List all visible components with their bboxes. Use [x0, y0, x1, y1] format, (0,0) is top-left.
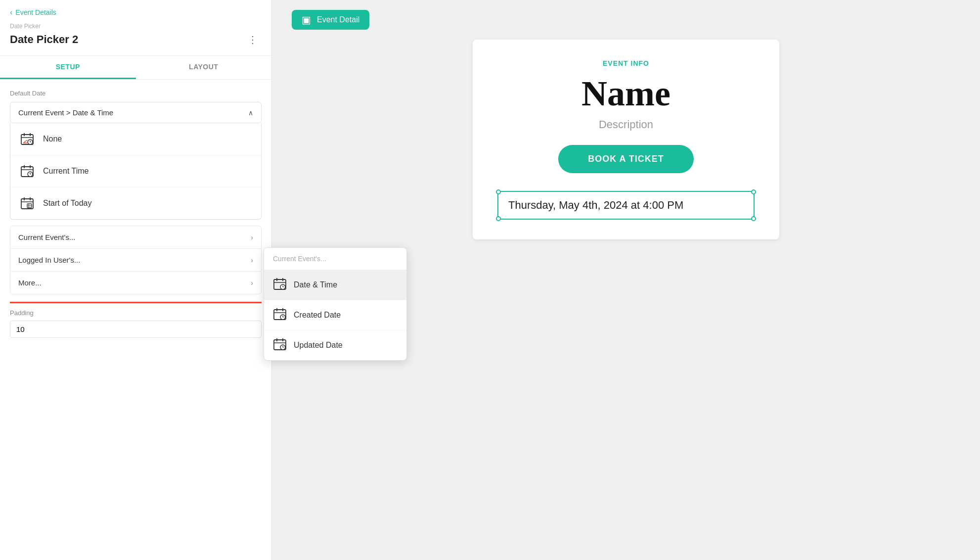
tabs-bar: SETUP LAYOUT — [0, 56, 271, 80]
default-date-label: Default Date — [10, 90, 262, 97]
event-description: Description — [599, 118, 653, 131]
chevron-up-icon: ∧ — [248, 109, 253, 117]
device-label: Event Detail — [317, 15, 359, 24]
start-of-today-icon — [18, 194, 36, 212]
svg-line-8 — [23, 140, 27, 143]
option-none[interactable]: None — [10, 123, 261, 155]
back-link-label: Event Details — [15, 8, 56, 16]
popup-item-date-time-label: Date & Time — [294, 280, 337, 289]
updated-date-icon — [273, 337, 287, 353]
popup-item-updated-date-label: Updated Date — [294, 341, 343, 350]
book-ticket-button[interactable]: BOOK A TICKET — [558, 145, 694, 173]
popup-header: Current Event's... — [264, 248, 406, 270]
padding-section: Padding — [10, 302, 262, 338]
option-start-of-today-label: Start of Today — [43, 199, 91, 208]
handle-top-right — [751, 189, 756, 194]
date-display-text: Thursday, May 4th, 2024 at 4:00 PM — [508, 199, 683, 211]
popup-dropdown: Current Event's... Date & Time — [264, 247, 407, 361]
mobile-device-icon: ▣ — [302, 14, 311, 26]
handle-bottom-right — [751, 216, 756, 221]
dropdown-value: Current Event > Date & Time — [18, 108, 113, 117]
date-picker-preview[interactable]: Thursday, May 4th, 2024 at 4:00 PM — [497, 191, 755, 220]
back-arrow-icon: ‹ — [10, 8, 12, 17]
submenu-logged-in-user[interactable]: Logged In User's... › — [10, 248, 262, 272]
event-card: EVENT INFO Name Description BOOK A TICKE… — [473, 40, 779, 239]
option-start-of-today[interactable]: Start of Today — [10, 187, 261, 219]
left-panel: ‹ Event Details Date Picker Date Picker … — [0, 0, 272, 560]
current-time-icon — [18, 162, 36, 180]
handle-bottom-left — [496, 216, 501, 221]
created-date-icon — [273, 307, 287, 323]
panel-header: ‹ Event Details Date Picker Date Picker … — [0, 0, 271, 56]
event-info-label: EVENT INFO — [603, 59, 649, 67]
popup-item-updated-date[interactable]: Updated Date — [264, 330, 406, 360]
arrow-right-icon: › — [251, 256, 253, 264]
default-date-dropdown[interactable]: Current Event > Date & Time ∧ — [10, 102, 262, 123]
component-title: Date Picker 2 — [10, 33, 78, 46]
popup-item-created-date-label: Created Date — [294, 311, 341, 320]
arrow-right-icon: › — [251, 279, 253, 287]
tab-setup[interactable]: SETUP — [0, 56, 136, 79]
options-list: None Current Time — [10, 123, 262, 220]
popup-item-date-time[interactable]: Date & Time — [264, 270, 406, 300]
component-type: Date Picker — [10, 23, 262, 30]
event-name: Name — [581, 73, 670, 114]
more-menu-button[interactable]: ⋮ — [244, 32, 262, 47]
arrow-right-icon: › — [251, 233, 253, 241]
component-title-row: Date Picker 2 ⋮ — [10, 32, 262, 47]
popup-item-created-date[interactable]: Created Date — [264, 300, 406, 330]
submenu-logged-in-user-label: Logged In User's... — [18, 256, 80, 264]
device-bar: ▣ Event Detail — [292, 10, 369, 30]
back-link[interactable]: ‹ Event Details — [10, 8, 262, 17]
option-current-time[interactable]: Current Time — [10, 155, 261, 187]
option-current-time-label: Current Time — [43, 167, 89, 176]
panel-content: Default Date Current Event > Date & Time… — [0, 80, 271, 560]
option-none-label: None — [43, 135, 62, 143]
submenu-more-label: More... — [18, 279, 42, 287]
submenu-current-events-label: Current Event's... — [18, 233, 75, 241]
tab-layout[interactable]: LAYOUT — [136, 56, 272, 79]
date-time-icon — [273, 277, 287, 293]
none-icon — [18, 130, 36, 148]
submenu-current-events[interactable]: Current Event's... › — [10, 226, 262, 249]
padding-label: Padding — [10, 309, 262, 317]
book-ticket-label: BOOK A TICKET — [588, 154, 664, 164]
handle-top-left — [496, 189, 501, 194]
padding-input[interactable] — [10, 321, 262, 338]
submenu-more[interactable]: More... › — [10, 271, 262, 294]
submenu-items: Current Event's... › Logged In User's...… — [10, 226, 262, 294]
